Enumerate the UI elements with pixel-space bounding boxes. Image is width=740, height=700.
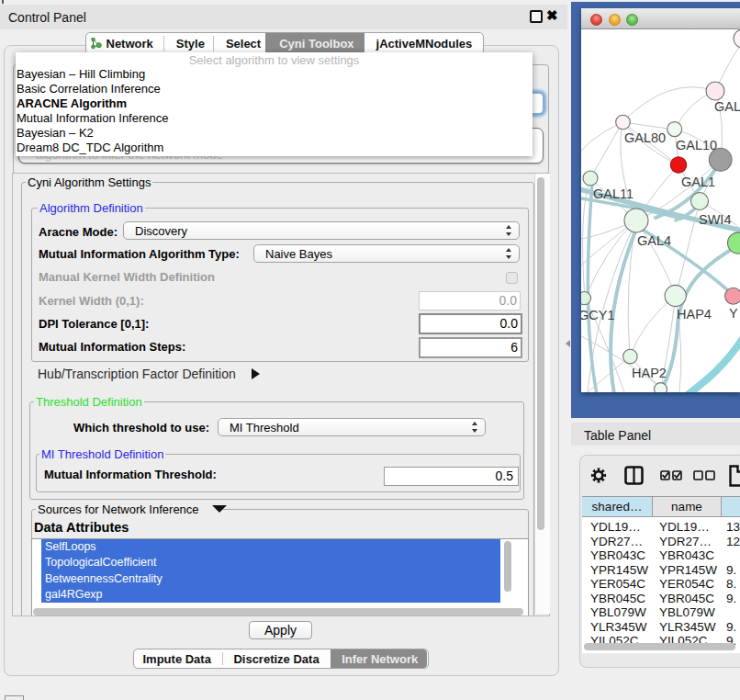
svg-text:GAL4: GAL4 — [637, 233, 671, 248]
svg-text:HAP2: HAP2 — [632, 366, 667, 380]
svg-text:SWI4: SWI4 — [699, 212, 731, 227]
svg-text:HAP4: HAP4 — [677, 307, 712, 322]
svg-text:GAL10: GAL10 — [676, 138, 717, 152]
svg-text:Y: Y — [729, 306, 738, 321]
svg-text:GAL11: GAL11 — [593, 186, 633, 201]
svg-text:GAL80: GAL80 — [624, 130, 666, 145]
svg-text:GAL2: GAL2 — [714, 99, 740, 114]
svg-text:GCY1: GCY1 — [581, 308, 615, 322]
svg-text:GAL1: GAL1 — [681, 175, 715, 189]
